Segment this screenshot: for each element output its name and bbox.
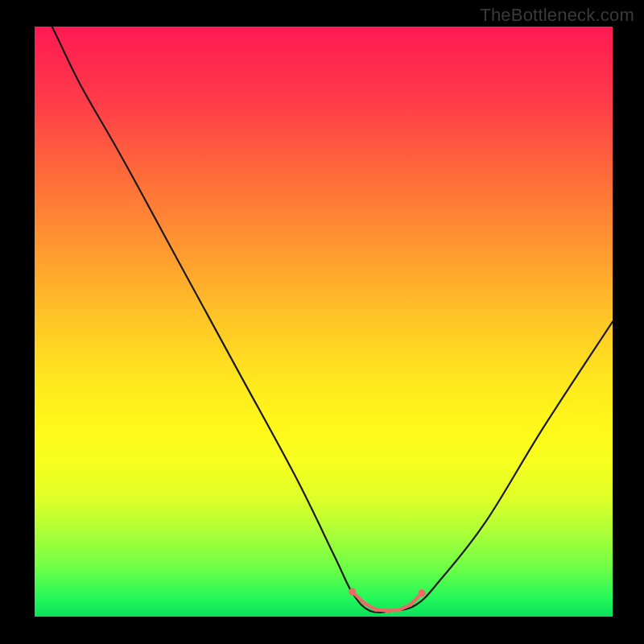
highlight-point (408, 603, 412, 607)
plot-inner (35, 27, 613, 617)
highlight-point (349, 588, 356, 596)
plot-area (35, 27, 613, 617)
bottleneck-curve (35, 27, 613, 613)
watermark-text: TheBottleneck.com (480, 5, 634, 26)
highlight-point (397, 608, 401, 612)
curve-layer (35, 27, 613, 617)
highlight-point (374, 608, 378, 612)
highlight-region (349, 588, 425, 613)
highlight-point (362, 601, 366, 605)
chart-frame: TheBottleneck.com (0, 0, 644, 644)
highlight-point (419, 589, 426, 597)
highlight-point (386, 609, 390, 613)
